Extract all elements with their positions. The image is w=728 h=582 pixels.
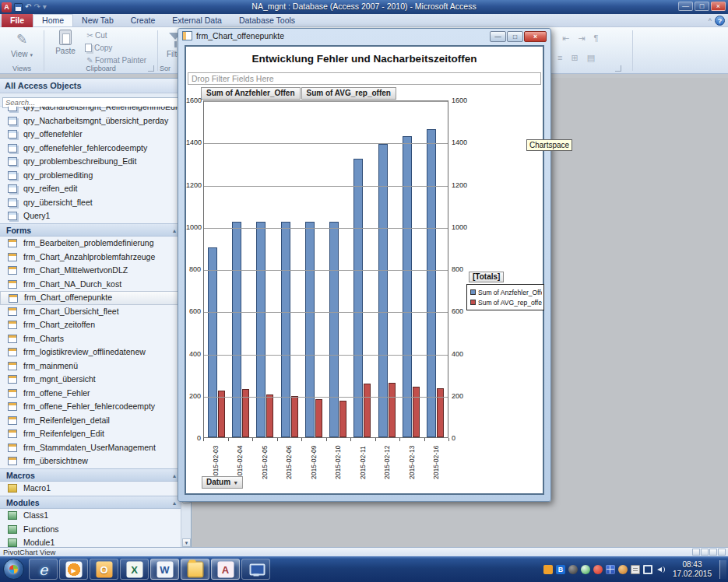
form-object-icon <box>8 307 17 316</box>
taskbar-media-player-button[interactable] <box>59 559 88 580</box>
nav-item-form[interactable]: frm_Reifenfelgen_Edit <box>0 427 181 441</box>
nav-item-form[interactable]: frm_Chart_Übersicht_fleet <box>0 305 181 319</box>
nav-section-header-macros[interactable]: Macros▴ <box>0 468 181 482</box>
nav-item-module[interactable]: Module1 <box>0 536 181 547</box>
nav-item-form[interactable]: frm_Reifenfelgen_detail <box>0 414 181 428</box>
nav-item-form[interactable]: frm_offene_Fehler_fehlercodeempty <box>0 400 181 414</box>
tray-red-badge-icon[interactable] <box>593 565 603 574</box>
section-collapse-icon[interactable]: ▴ <box>173 469 176 483</box>
help-icon[interactable]: ? <box>715 16 725 26</box>
tab-database-tools[interactable]: Database Tools <box>230 14 304 27</box>
taskbar-access-button[interactable] <box>211 559 240 580</box>
field-button-0[interactable]: Sum of Anzfehler_Offen <box>201 87 301 100</box>
nav-item-query[interactable]: Query1 <box>0 209 181 223</box>
tab-home[interactable]: Home <box>33 14 73 26</box>
tab-file[interactable]: File <box>2 14 33 27</box>
copy-button[interactable]: Copy <box>85 44 112 55</box>
chart-minimize-button[interactable]: — <box>490 31 506 42</box>
nav-item-form[interactable]: frm_Chart_MittelwertvonDLZ <box>0 264 181 278</box>
text-formatting-dialog-launcher-icon[interactable] <box>615 65 621 72</box>
nav-item-query[interactable]: qry_übersicht_fleet <box>0 196 181 210</box>
nav-item-form[interactable]: frm_offene_Fehler <box>0 387 181 401</box>
tab-create[interactable]: Create <box>122 14 164 27</box>
nav-section-header-forms[interactable]: Forms▴ <box>0 223 181 237</box>
x-axis-tick <box>228 438 229 441</box>
view-button[interactable]: ✎ View ▾ <box>5 30 39 65</box>
cut-button[interactable]: ✂Cut <box>85 31 107 43</box>
nav-item-query[interactable]: qry_offenefehler_fehlercodeempty <box>0 142 181 156</box>
section-collapse-icon[interactable]: ▴ <box>173 496 176 510</box>
chart-restore-button[interactable]: □ <box>507 31 523 42</box>
nav-item-form[interactable]: frm_logistikreview_offlinedatenew <box>0 345 181 359</box>
taskbar-excel-button[interactable] <box>120 559 149 580</box>
chartspace-tooltip: Chartspace <box>526 139 572 151</box>
scroll-down-icon[interactable]: ▼ <box>182 538 191 547</box>
tray-window-icon[interactable] <box>643 565 652 574</box>
chart-window-titlebar[interactable]: frm_Chart_offenepunkte — □ × <box>178 29 550 44</box>
nav-item-form[interactable]: frm_Chart_zeitoffen <box>0 318 181 332</box>
start-button[interactable] <box>3 559 24 580</box>
nav-item-label: frm_Chart_Anzahlproblemfahrzeuge <box>23 252 155 261</box>
access-icon <box>217 561 234 577</box>
minimize-button[interactable]: — <box>678 2 693 11</box>
main-titlebar: A ↶ ↷ ▾ NA_mgnt : Database (Access 2007 … <box>0 0 728 14</box>
tray-bluetooth-icon[interactable]: B <box>556 565 565 574</box>
nav-item-module[interactable]: Functions <box>0 523 181 537</box>
maximize-button[interactable]: □ <box>695 2 709 11</box>
nav-pane-header[interactable]: All Access Objects « <box>0 79 191 93</box>
clock-date: 17.02.2015 <box>673 570 712 579</box>
nav-item-query[interactable]: qry_reifen_edit <box>0 182 181 196</box>
close-button[interactable]: × <box>711 2 726 11</box>
nav-item-module[interactable]: Class1 <box>0 509 181 523</box>
taskbar-outlook-button[interactable] <box>90 559 118 580</box>
nav-item-query[interactable]: qry_Nacharbeitsmgnt_ReifenfelgenInfoEdit <box>0 107 181 114</box>
filter-drop-zone[interactable]: Drop Filter Fields Here <box>188 72 541 85</box>
view-switcher[interactable] <box>692 549 726 556</box>
nav-item-form[interactable]: frm_übersichtnew <box>0 454 181 468</box>
nav-item-form[interactable]: frm_Stammdaten_UserManagement <box>0 441 181 455</box>
chart-close-button[interactable]: × <box>524 31 547 42</box>
nav-item-form[interactable]: frm_Chart_NA_Durch_kost <box>0 278 181 292</box>
tray-dark-sphere-icon[interactable] <box>568 565 578 574</box>
nav-item-label: Query1 <box>23 211 50 220</box>
nav-item-query[interactable]: qry_offenefehler <box>0 128 181 142</box>
tray-clipboard-icon[interactable] <box>631 565 640 574</box>
taskbar-explorer-button[interactable] <box>181 559 209 580</box>
nav-item-macro[interactable]: Macro1 <box>0 482 181 496</box>
taskbar-word-button[interactable] <box>150 559 179 580</box>
tray-yellow-icon[interactable] <box>543 565 553 574</box>
nav-item-form[interactable]: frm_mainmenü <box>0 359 181 373</box>
field-button-1[interactable]: Sum of AVG_rep_offen <box>301 87 396 100</box>
tray-green-sphere-icon[interactable] <box>581 565 590 574</box>
show-desktop-button[interactable] <box>719 560 726 579</box>
nav-item-form[interactable]: frm_Bearbeiten_problemdefinierung <box>0 237 181 251</box>
clipboard-dialog-launcher-icon[interactable] <box>148 65 154 72</box>
tray-orange-blob-icon[interactable] <box>618 565 628 574</box>
bar-group <box>277 101 301 437</box>
taskbar-remote-desktop-button[interactable] <box>241 559 270 580</box>
nav-section-header-modules[interactable]: Modules▴ <box>0 496 181 510</box>
x-axis-label: 2015-02-13 <box>399 442 424 479</box>
section-collapse-icon[interactable]: ▴ <box>173 224 176 238</box>
nav-item-form[interactable]: frm_mgnt_übersicht <box>0 373 181 387</box>
nav-item-query[interactable]: qry_Nacharbeitsmgnt_übersicht_perday <box>0 114 181 128</box>
nav-item-form[interactable]: frm_Charts <box>0 332 181 346</box>
paste-button[interactable]: Paste <box>48 30 83 65</box>
query-object-icon <box>8 107 17 111</box>
taskbar-internet-explorer-button[interactable] <box>29 559 58 580</box>
nav-item-query[interactable]: qry_problemediting <box>0 169 181 183</box>
clock[interactable]: 08:43 17.02.2015 <box>673 560 712 579</box>
tab-new-tab[interactable]: New Tab <box>73 14 122 27</box>
form-object-icon <box>8 362 17 370</box>
tray-speaker-icon[interactable] <box>656 565 665 574</box>
nav-item-form[interactable]: frm_Chart_Anzahlproblemfahrzeuge <box>0 251 181 265</box>
minimize-ribbon-icon[interactable]: ^ <box>709 17 712 25</box>
legend-title-button[interactable]: [Totals] <box>469 272 504 282</box>
nav-item-query[interactable]: qry_problembeschreibung_Edit <box>0 155 181 169</box>
bar-anzfehler-2015-02-12 <box>378 144 388 437</box>
tray-blue-grid-icon[interactable] <box>606 565 615 574</box>
nav-item-label: frm_Chart_Übersicht_fleet <box>23 307 119 316</box>
tab-external-data[interactable]: External Data <box>164 14 230 27</box>
nav-item-form[interactable]: frm_Chart_offenepunkte <box>0 291 181 305</box>
category-field-button[interactable]: Datum▼ <box>202 476 243 489</box>
